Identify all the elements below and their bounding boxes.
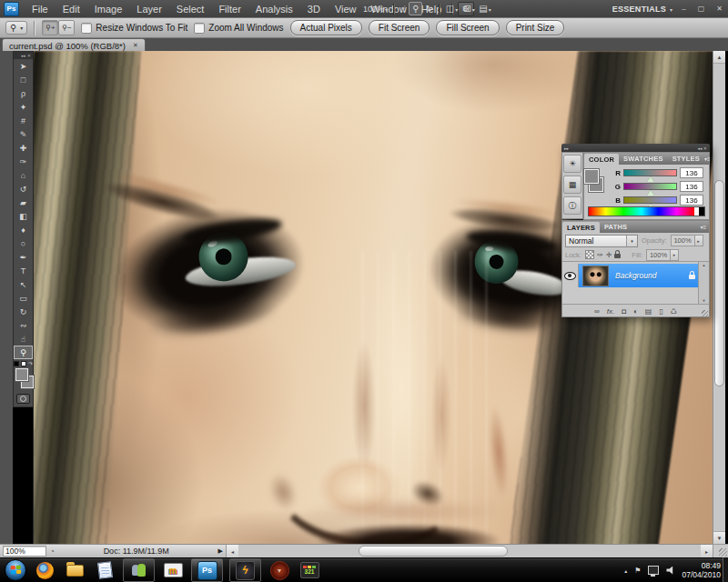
taskbar-photoshop[interactable]: Ps <box>191 558 223 582</box>
3d-rotate-tool[interactable]: ↻ <box>14 305 33 318</box>
eraser-tool[interactable]: ▰ <box>14 196 33 209</box>
history-brush-tool[interactable]: ↺ <box>14 182 33 196</box>
panel-menu-icon[interactable]: ▾≡ <box>700 221 709 233</box>
taskbar-media-player[interactable]: 321 <box>298 559 321 581</box>
quick-mask-button[interactable] <box>16 394 30 404</box>
gradient-tool[interactable]: ◧ <box>14 209 33 223</box>
dodge-tool[interactable]: ○ <box>14 236 33 250</box>
layer-row-background[interactable]: Background <box>562 264 699 287</box>
default-colors-icon[interactable] <box>14 361 19 366</box>
opacity-spinner-icon[interactable]: ▸ <box>695 235 703 246</box>
delete-layer-icon[interactable]: ♺ <box>671 307 677 316</box>
tab-swatches[interactable]: SWATCHES <box>619 153 668 165</box>
tab-paths[interactable]: PATHS <box>600 221 632 233</box>
collapse-to-icons-icon[interactable]: ◂◂ <box>697 146 702 151</box>
taskbar-quake[interactable]: ▼ <box>268 559 291 581</box>
status-zoom-field[interactable]: 100% <box>3 546 46 557</box>
tray-expand-icon[interactable]: ▴ <box>624 567 627 574</box>
menu-image[interactable]: Image <box>87 2 130 16</box>
layer-effects-icon[interactable]: fx. <box>607 307 614 316</box>
fill-screen-button[interactable]: Fill Screen <box>436 20 499 35</box>
resize-windows-checkbox[interactable] <box>81 23 92 34</box>
link-layers-icon[interactable]: ∞ <box>594 307 600 316</box>
green-value-field[interactable]: 136 <box>680 181 703 192</box>
rectangle-tool[interactable]: ▭ <box>14 291 33 305</box>
quick-selection-tool[interactable]: ✦ <box>14 100 33 114</box>
tool-preset-picker[interactable]: ⚲ ▾ <box>5 21 27 35</box>
scroll-down-arrow[interactable]: ▼ <box>713 531 725 544</box>
close-icon[interactable]: ✕ <box>27 53 31 58</box>
marquee-tool[interactable]: □ <box>14 73 33 86</box>
layer-thumbnail[interactable] <box>582 266 609 286</box>
brush-tool[interactable]: ✑ <box>14 155 33 168</box>
horizontal-scroll-track[interactable] <box>238 545 701 557</box>
taskbar-explorer[interactable] <box>63 559 86 581</box>
close-icon[interactable]: ✕ <box>703 146 707 151</box>
taskbar-notepad[interactable] <box>93 559 116 581</box>
close-document-icon[interactable]: ✕ <box>133 42 138 49</box>
action-center-flag-icon[interactable]: ⚑ <box>634 567 641 575</box>
horizontal-scroll-thumb[interactable] <box>359 546 508 557</box>
workspace-switcher[interactable]: ESSENTIALS ▾ <box>612 5 673 14</box>
zoom-level-dropdown[interactable]: 100%▾ <box>360 4 390 15</box>
type-tool[interactable]: T <box>14 264 33 277</box>
network-icon[interactable] <box>648 566 659 575</box>
tab-color[interactable]: COLOR <box>584 154 619 165</box>
red-value-field[interactable]: 136 <box>680 167 703 178</box>
print-size-button[interactable]: Print Size <box>506 20 565 35</box>
zoom-all-windows-checkbox[interactable] <box>194 23 205 34</box>
scroll-up-arrow[interactable]: ▲ <box>713 51 725 64</box>
path-selection-tool[interactable]: ↖ <box>14 277 33 291</box>
lock-position-icon[interactable]: ✛ <box>606 251 612 259</box>
scroll-right-arrow[interactable]: ▸ <box>701 545 713 557</box>
zoom-tool[interactable]: ⚲ <box>14 346 33 359</box>
color-spectrum-ramp[interactable] <box>588 206 705 216</box>
selected-layer[interactable]: Background <box>579 264 699 287</box>
pen-tool[interactable]: ✒ <box>14 250 33 264</box>
window-resize-corner[interactable] <box>713 544 728 557</box>
lock-paint-icon[interactable]: ✑ <box>597 251 603 259</box>
menu-edit[interactable]: Edit <box>56 2 87 16</box>
show-desktop-button[interactable] <box>723 557 728 582</box>
blend-mode-dropdown[interactable]: Normal ▾ <box>565 235 638 247</box>
adjustment-layer-icon[interactable]: ◐ <box>633 307 638 316</box>
hand-tool-icon[interactable]: ☝ <box>398 3 409 15</box>
hand-tool[interactable]: ☝ <box>14 332 33 346</box>
taskbar-messenger[interactable] <box>123 558 155 582</box>
panel-resize-grip[interactable] <box>702 310 708 316</box>
zoom-tool-icon[interactable]: ⚲ <box>409 2 422 15</box>
tab-layers[interactable]: LAYERS <box>562 222 600 233</box>
vertical-scrollbar[interactable]: ▲ ▼ <box>713 51 725 544</box>
screen-mode-icon[interactable]: ⊡▾ <box>460 3 477 15</box>
foreground-color-swatch[interactable] <box>15 368 28 381</box>
3d-orbit-tool[interactable]: ∾ <box>14 318 33 332</box>
lock-transparency-icon[interactable] <box>585 250 594 259</box>
menu-analysis[interactable]: Analysis <box>248 2 300 16</box>
actual-pixels-button[interactable]: Actual Pixels <box>290 20 362 35</box>
layer-name[interactable]: Background <box>615 271 682 280</box>
scroll-down-arrow[interactable]: ▼ <box>703 298 706 303</box>
menu-view[interactable]: View <box>328 2 364 16</box>
menu-file[interactable]: File <box>25 2 56 16</box>
clone-stamp-tool[interactable]: ⌂ <box>14 168 33 182</box>
foreground-color-swatch[interactable] <box>584 169 599 184</box>
minimize-button[interactable]: – <box>679 5 688 13</box>
menu-3d[interactable]: 3D <box>300 2 328 16</box>
panel-menu-icon[interactable]: ▾≡ <box>704 153 713 165</box>
layer-mask-icon[interactable]: ◘ <box>622 307 626 316</box>
close-button[interactable]: ✕ <box>713 5 725 13</box>
photoshop-logo[interactable]: Ps <box>4 2 19 16</box>
blue-value-field[interactable]: 136 <box>680 195 703 206</box>
taskbar-firefox[interactable] <box>33 559 56 581</box>
tab-styles[interactable]: STYLES <box>668 153 704 165</box>
visibility-cell[interactable] <box>562 264 579 287</box>
blue-slider[interactable] <box>623 196 677 204</box>
healing-brush-tool[interactable]: ✚ <box>14 141 33 155</box>
spectrum-black[interactable] <box>699 207 704 216</box>
tool-palette-header[interactable]: ◂◂ ✕ <box>14 52 33 59</box>
layer-group-icon[interactable]: ▤ <box>645 307 652 316</box>
rotate-view-icon[interactable]: ↻ <box>422 3 435 15</box>
fill-spinner-icon[interactable]: ▸ <box>671 249 679 261</box>
blur-tool[interactable]: ♦ <box>14 223 33 236</box>
zoom-in-mode-button[interactable]: ⚲+ <box>42 20 58 35</box>
